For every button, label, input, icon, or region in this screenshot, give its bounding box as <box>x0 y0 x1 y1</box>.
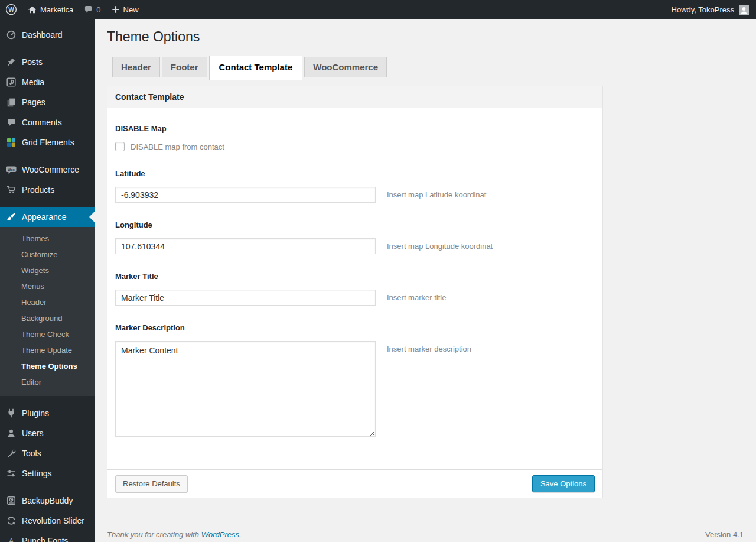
dashboard-icon <box>5 30 17 40</box>
sidebar-item-label: Settings <box>22 468 52 479</box>
panel-body: DISABLE Map DISABLE map from contact Lat… <box>107 108 602 469</box>
sidebar-item-plugins[interactable]: Plugins <box>0 403 94 423</box>
sidebar-item-label: Tools <box>22 448 41 459</box>
sidebar-item-label: Pages <box>22 97 45 108</box>
sidebar-item-label: Media <box>22 77 44 87</box>
sidebar-item-punch-fonts[interactable]: A Punch Fonts <box>0 531 94 542</box>
menu-separator <box>0 45 94 52</box>
submenu-widgets[interactable]: Widgets <box>0 262 94 278</box>
submenu-menus[interactable]: Menus <box>0 278 94 294</box>
sidebar-item-label: BackupBuddy <box>22 495 73 506</box>
marker-description-label: Marker Description <box>115 323 595 332</box>
letter-a-icon: A <box>5 536 17 542</box>
tab-footer[interactable]: Footer <box>162 57 207 77</box>
wrench-icon <box>5 449 17 459</box>
submenu-theme-check[interactable]: Theme Check <box>0 326 94 342</box>
submenu-editor[interactable]: Editor <box>0 374 94 390</box>
latitude-hint: Insert map Latitude koordinat <box>387 187 486 199</box>
marker-title-input[interactable] <box>115 290 376 306</box>
menu-separator <box>0 483 94 491</box>
latitude-input[interactable] <box>115 187 376 203</box>
pin-icon <box>5 57 17 67</box>
sidebar-item-appearance[interactable]: Appearance <box>0 207 94 227</box>
avatar[interactable] <box>739 5 749 15</box>
sidebar-item-pages[interactable]: Pages <box>0 92 94 112</box>
tab-header[interactable]: Header <box>112 57 160 77</box>
sidebar-item-backupbuddy[interactable]: BackupBuddy <box>0 491 94 511</box>
plus-icon <box>112 5 120 14</box>
disable-map-label: DISABLE Map <box>115 124 595 133</box>
menu-separator <box>0 200 94 207</box>
marker-description-textarea[interactable]: Marker Content <box>115 341 376 437</box>
longitude-input[interactable] <box>115 238 376 254</box>
tab-contact-template[interactable]: Contact Template <box>209 56 303 80</box>
page-footer: Thank you for creating with WordPress. V… <box>107 530 744 539</box>
media-icon <box>5 77 17 87</box>
refresh-icon <box>5 516 17 526</box>
page-title: Theme Options <box>107 28 744 45</box>
sidebar-item-label: Grid Elements <box>22 137 74 148</box>
wordpress-link[interactable]: WordPress <box>201 530 239 539</box>
comment-bubble-icon <box>84 5 93 14</box>
plugin-icon <box>5 408 17 418</box>
sidebar-item-posts[interactable]: Posts <box>0 52 94 72</box>
sidebar-item-label: Punch Fonts <box>22 535 69 542</box>
sidebar-item-settings[interactable]: Settings <box>0 463 94 483</box>
sidebar-item-label: Appearance <box>22 212 67 222</box>
restore-defaults-button[interactable]: Restore Defaults <box>115 475 188 492</box>
comments-menu[interactable]: 0 <box>79 0 106 19</box>
svg-text:Woo: Woo <box>7 168 15 171</box>
main-content: Theme Options Header Footer Contact Temp… <box>94 19 756 542</box>
new-label: New <box>123 5 139 14</box>
tab-woocommerce[interactable]: WooCommerce <box>304 57 387 77</box>
wordpress-logo-glyph: W <box>5 4 17 15</box>
new-menu[interactable]: New <box>106 0 144 19</box>
sidebar-item-label: Comments <box>22 117 62 128</box>
svg-text:A: A <box>8 537 14 542</box>
sidebar-item-woocommerce[interactable]: Woo WooCommerce <box>0 160 94 180</box>
sidebar-item-grid-elements[interactable]: Grid Elements <box>0 132 94 152</box>
latitude-label: Latitude <box>115 169 595 178</box>
submenu-header[interactable]: Header <box>0 294 94 310</box>
appearance-submenu: Themes Customize Widgets Menus Header Ba… <box>0 227 94 396</box>
home-icon <box>28 5 37 14</box>
sidebar-item-products[interactable]: Products <box>0 180 94 200</box>
sidebar-item-label: Posts <box>22 57 43 67</box>
panel-title: Contact Template <box>107 86 602 108</box>
submenu-theme-options[interactable]: Theme Options <box>0 358 94 374</box>
settings-icon <box>5 469 17 479</box>
sidebar-item-users[interactable]: Users <box>0 423 94 443</box>
sidebar-item-revolution-slider[interactable]: Revolution Slider <box>0 511 94 531</box>
wordpress-logo-icon[interactable]: W <box>0 0 22 19</box>
version-text: Version 4.1 <box>705 530 744 539</box>
disable-map-field: DISABLE Map DISABLE map from contact <box>115 124 595 151</box>
sidebar-item-comments[interactable]: Comments <box>0 112 94 132</box>
sidebar-item-dashboard[interactable]: Dashboard <box>0 25 94 45</box>
comment-count: 0 <box>96 5 100 14</box>
howdy-text[interactable]: Howdy, TokoPress <box>672 5 734 14</box>
site-name-menu[interactable]: Marketica <box>22 0 79 19</box>
sidebar-item-media[interactable]: Media <box>0 72 94 92</box>
cart-icon <box>5 185 17 195</box>
brush-icon <box>5 212 17 222</box>
submenu-theme-update[interactable]: Theme Update <box>0 342 94 358</box>
admin-bar: W Marketica 0 New Howdy, TokoPress <box>0 0 756 19</box>
contact-template-panel: Contact Template DISABLE Map DISABLE map… <box>107 86 603 498</box>
marker-title-label: Marker Title <box>115 272 595 281</box>
submenu-background[interactable]: Background <box>0 310 94 326</box>
footer-thanks-text: Thank you for creating with WordPress. <box>107 530 242 539</box>
submenu-themes[interactable]: Themes <box>0 231 94 246</box>
person-icon <box>739 6 748 15</box>
save-options-button[interactable]: Save Options <box>532 475 595 492</box>
disable-map-checkbox-label: DISABLE map from contact <box>131 142 224 151</box>
thanks-period: . <box>239 530 242 539</box>
site-name: Marketica <box>40 5 73 14</box>
comment-icon <box>5 118 17 128</box>
marker-description-field: Marker Description Marker Content Insert… <box>115 323 595 437</box>
disable-map-checkbox[interactable] <box>115 142 125 151</box>
grid-elements-icon <box>5 138 17 148</box>
sidebar-item-label: WooCommerce <box>22 164 79 175</box>
sidebar-item-tools[interactable]: Tools <box>0 443 94 463</box>
submenu-customize[interactable]: Customize <box>0 246 94 262</box>
sidebar-item-label: Plugins <box>22 408 49 418</box>
